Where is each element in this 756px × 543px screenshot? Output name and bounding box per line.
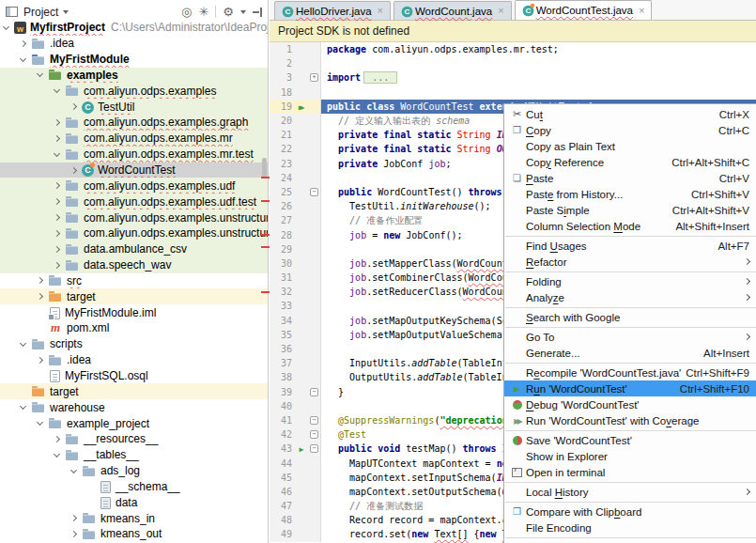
- menu-item-paste[interactable]: PasteCtrl+V: [504, 170, 756, 186]
- menu-item-compare-with-clipboard[interactable]: Compare with Clipboard: [504, 504, 756, 520]
- chevron-collapsed-icon[interactable]: [54, 198, 60, 205]
- menu-item-copy-as-plain-text[interactable]: Copy as Plain Text: [504, 138, 756, 154]
- project-panel-title[interactable]: Project: [23, 6, 58, 19]
- chevron-collapsed-icon[interactable]: [37, 277, 43, 284]
- tree-item-myfirstproject[interactable]: MyfirstProjectC:\Users\Administrator\Ide…: [0, 20, 269, 36]
- tree-item-warehouse[interactable]: warehouse: [0, 399, 269, 415]
- tree-item-com-aliyun-odps-examples-unstructured-test[interactable]: com.aliyun.odps.examples.unstructured.te…: [0, 225, 269, 241]
- fold-collapse-icon[interactable]: −: [310, 416, 318, 425]
- code-line-1[interactable]: 1package com.aliyun.odps.examples.mr.tes…: [270, 42, 756, 56]
- fold-collapse-icon[interactable]: −: [310, 430, 318, 439]
- fold-collapse-icon[interactable]: −: [310, 188, 318, 196]
- tree-item-target[interactable]: target: [0, 288, 269, 304]
- chevron-collapsed-icon[interactable]: [54, 246, 60, 253]
- close-icon[interactable]: ×: [378, 6, 383, 16]
- chevron-collapsed-icon[interactable]: [54, 230, 60, 237]
- tree-item-com-aliyun-odps-examples-mr-test[interactable]: com.aliyun.odps.examples.mr.test: [0, 147, 269, 163]
- menu-item-recompile-wordcounttest-java[interactable]: Recompile 'WordCountTest.java'Ctrl+Shift…: [504, 365, 756, 380]
- menu-item-find-usages[interactable]: Find UsagesAlt+F7: [504, 238, 756, 254]
- menu-item-generate[interactable]: Generate...Alt+Insert: [504, 345, 756, 361]
- tree-item-ads-log[interactable]: ads_log: [0, 463, 269, 479]
- menu-item-refactor[interactable]: Refactor: [504, 254, 756, 270]
- settings-gear-icon[interactable]: ⚙: [223, 6, 246, 18]
- menu-item-file-encoding[interactable]: File Encoding: [504, 520, 756, 535]
- tree-item-src[interactable]: src: [0, 273, 269, 289]
- tree-item-examples[interactable]: examples: [0, 68, 269, 84]
- menu-item-copy[interactable]: CopyCtrl+C: [504, 122, 756, 138]
- chevron-expanded-icon[interactable]: [54, 86, 60, 93]
- tree-item-tables[interactable]: __tables__: [0, 447, 269, 463]
- tree-item-target[interactable]: target: [0, 383, 269, 399]
- menu-item-paste-simple[interactable]: Paste SimpleCtrl+Alt+Shift+V: [504, 202, 756, 218]
- tree-item-wordcounttest[interactable]: WordCountTest: [0, 163, 269, 178]
- tree-item-scripts[interactable]: scripts: [0, 336, 269, 352]
- chevron-expanded-icon[interactable]: [37, 419, 43, 426]
- menu-item-local-history[interactable]: Local History: [504, 484, 756, 500]
- chevron-collapsed-icon[interactable]: [70, 515, 77, 521]
- run-test-icon[interactable]: ▶: [300, 445, 301, 454]
- chevron-collapsed-icon[interactable]: [54, 135, 60, 142]
- tree-item-data-ambulance-csv[interactable]: data.ambulance_csv: [0, 241, 269, 257]
- menu-item-show-in-explorer[interactable]: Show in Explorer: [504, 448, 756, 464]
- locate-icon[interactable]: ◎: [181, 6, 192, 18]
- tree-item-myfristmodule-iml[interactable]: MyFristModule.iml: [0, 304, 269, 320]
- tree-item-idea[interactable]: .idea: [0, 352, 269, 368]
- tree-item-schema[interactable]: __schema__: [0, 478, 269, 494]
- collapse-all-icon[interactable]: ✳: [198, 6, 208, 18]
- chevron-collapsed-icon[interactable]: [20, 40, 26, 47]
- tree-item-kmeans-in[interactable]: kmeans_in: [0, 510, 269, 526]
- chevron-collapsed-icon[interactable]: [54, 436, 60, 442]
- tree-item-com-aliyun-odps-examples-graph[interactable]: com.aliyun.odps.examples.graph: [0, 115, 269, 131]
- chevron-expanded-icon[interactable]: [20, 340, 26, 347]
- menu-item-analyze[interactable]: Analyze: [504, 289, 756, 305]
- menu-item-search-with-google[interactable]: Search with Google: [504, 309, 756, 325]
- menu-item-run-wordcounttest-with-coverage[interactable]: Run 'WordCountTest' with Coverage: [504, 412, 756, 428]
- close-icon[interactable]: ×: [498, 6, 503, 16]
- project-scrollbar-thumb[interactable]: [262, 158, 267, 178]
- tab-wordcount-java[interactable]: WordCount.java×: [393, 1, 512, 20]
- tree-item-com-aliyun-odps-examples[interactable]: com.aliyun.odps.examples: [0, 83, 269, 99]
- fold-collapse-icon[interactable]: −: [310, 444, 318, 453]
- menu-item-open-in-terminal[interactable]: Open in terminal: [504, 464, 756, 480]
- chevron-expanded-icon[interactable]: [20, 55, 26, 62]
- menu-item-cut[interactable]: CutCtrl+X: [504, 106, 756, 122]
- menu-item-debug-wordcounttest[interactable]: Debug 'WordCountTest': [504, 396, 756, 412]
- tree-item-resources[interactable]: __resources__: [0, 431, 269, 447]
- chevron-collapsed-icon[interactable]: [37, 293, 43, 300]
- menu-item-create-gist[interactable]: Create Gist...: [504, 539, 756, 543]
- menu-item-run-wordcounttest[interactable]: Run 'WordCountTest'Ctrl+Shift+F10: [504, 380, 756, 396]
- tree-item-myfirstsql-osql[interactable]: MyFirstSQL.osql: [0, 368, 269, 384]
- chevron-expanded-icon[interactable]: [54, 150, 60, 157]
- chevron-expanded-icon[interactable]: [54, 451, 60, 458]
- tab-hellodriver-java[interactable]: HelloDriver.java×: [274, 1, 391, 20]
- chevron-collapsed-icon[interactable]: [70, 103, 77, 110]
- hide-panel-icon[interactable]: [253, 8, 262, 17]
- tree-item-myfristmodule[interactable]: MyFristModule: [0, 52, 269, 68]
- fold-collapse-icon[interactable]: −: [310, 388, 318, 396]
- menu-item-save-wordcounttest[interactable]: Save 'WordCountTest': [504, 432, 756, 448]
- tree-item-com-aliyun-odps-examples-mr[interactable]: com.aliyun.odps.examples.mr: [0, 131, 269, 147]
- chevron-collapsed-icon[interactable]: [54, 182, 60, 189]
- code-line-18[interactable]: 18: [270, 85, 756, 100]
- fold-expand-icon[interactable]: +: [310, 73, 318, 82]
- chevron-collapsed-icon[interactable]: [54, 262, 60, 269]
- tree-item-data-speech-wav[interactable]: data.speech_wav: [0, 257, 269, 273]
- tree-item-com-aliyun-odps-examples-udf-test[interactable]: com.aliyun.odps.examples.udf.test: [0, 194, 269, 209]
- chevron-expanded-icon[interactable]: [70, 467, 77, 473]
- tree-item-testutil[interactable]: TestUtil: [0, 99, 269, 115]
- tree-item-pom-xml[interactable]: pom.xml: [0, 320, 269, 336]
- tree-item-data[interactable]: data: [0, 494, 269, 510]
- tree-item-idea[interactable]: .idea: [0, 36, 269, 52]
- chevron-collapsed-icon[interactable]: [54, 214, 60, 221]
- menu-item-copy-reference[interactable]: Copy ReferenceCtrl+Alt+Shift+C: [504, 154, 756, 170]
- tree-item-example-project[interactable]: example_project: [0, 415, 269, 431]
- close-icon[interactable]: ×: [639, 6, 644, 16]
- code-line-2[interactable]: 2: [270, 56, 756, 70]
- tree-item-kmeans-out[interactable]: kmeans_out: [0, 526, 269, 542]
- chevron-collapsed-icon[interactable]: [37, 357, 43, 364]
- menu-item-folding[interactable]: Folding: [504, 273, 756, 289]
- menu-item-column-selection-mode[interactable]: Column Selection ModeAlt+Shift+Insert: [504, 218, 756, 234]
- tree-item-com-aliyun-odps-examples-unstructured[interactable]: com.aliyun.odps.examples.unstructured: [0, 209, 269, 225]
- menu-item-go-to[interactable]: Go To: [504, 329, 756, 345]
- chevron-down-icon[interactable]: [63, 10, 69, 14]
